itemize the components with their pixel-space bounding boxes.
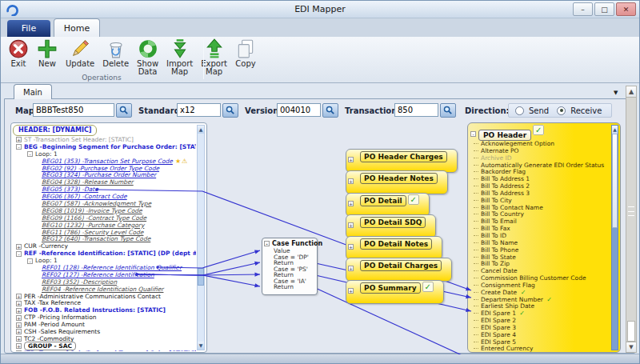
- expand-toggle-icon[interactable]: +: [16, 308, 22, 314]
- expand-toggle-icon[interactable]: +: [348, 266, 354, 271]
- case-function-node[interactable]: -Case Function ValueCase = 'DP'ReturnCas…: [262, 238, 318, 295]
- expand-toggle-icon[interactable]: +: [16, 350, 22, 351]
- collapse-toggle-icon[interactable]: -: [264, 241, 270, 246]
- expand-toggle-icon[interactable]: +: [348, 178, 354, 184]
- magnifier-icon: [325, 105, 336, 116]
- node-label: PO Header Charges: [360, 151, 447, 162]
- expand-toggle-icon[interactable]: +: [16, 301, 22, 306]
- po-field-label: Bill To State: [481, 254, 516, 261]
- ribbon-button-exit[interactable]: Exit: [4, 38, 33, 69]
- import-map-icon: [170, 38, 190, 59]
- po-field-label: Bill To City: [481, 197, 512, 204]
- node-po-header-notes[interactable]: + PO Header Notes: [346, 170, 448, 194]
- canvas-scrollbar[interactable]: ▲ ▼: [626, 86, 637, 353]
- expand-toggle-icon[interactable]: -: [27, 258, 33, 264]
- tree-header-node[interactable]: HEADER: [DYNAMIC]: [13, 125, 97, 136]
- expand-toggle-icon[interactable]: +: [16, 336, 22, 342]
- tree-row-label: REF04 -Reference Identification Qualifie…: [42, 286, 163, 293]
- scrollbar-thumb[interactable]: [612, 134, 618, 228]
- ribbon-button-new[interactable]: New: [33, 38, 62, 69]
- scroll-up-icon[interactable]: ▲: [612, 126, 618, 134]
- expand-toggle-icon[interactable]: +: [348, 222, 354, 228]
- direction-label: Direction:: [465, 106, 510, 115]
- tab-main[interactable]: Main: [14, 84, 52, 99]
- maximize-button[interactable]: □: [594, 2, 614, 16]
- ribbon-button-copy[interactable]: Copy: [231, 38, 260, 69]
- minimize-button[interactable]: –: [573, 2, 593, 16]
- tree-row-label: BEG11 (786) -Security Level Code: [42, 229, 143, 236]
- tree-stub: [474, 178, 478, 179]
- tree-row-label: FOB -F.O.B. Related Instructions: [STATI…: [24, 306, 166, 314]
- tab-file[interactable]: File: [7, 20, 50, 37]
- direction-send-radio[interactable]: [515, 106, 524, 115]
- scrollbar-grip-icon[interactable]: [628, 206, 634, 216]
- tree-row-label: ST -Transaction Set Header: [STATIC]: [24, 137, 134, 143]
- map-input[interactable]: [33, 103, 114, 117]
- version-lookup-button[interactable]: [322, 103, 338, 118]
- scroll-up-icon[interactable]: ▲: [198, 126, 204, 134]
- expand-toggle-icon[interactable]: +: [16, 137, 22, 142]
- tree-stub: [474, 306, 478, 306]
- ribbon-button-update[interactable]: Update: [62, 38, 98, 69]
- node-label: PO Detail Charges: [360, 260, 442, 271]
- tree-row-label: CUR -Currency: [24, 242, 68, 250]
- node-po-detail[interactable]: + PO Detail✓: [346, 193, 430, 217]
- expand-toggle-icon[interactable]: +: [16, 343, 22, 349]
- node-po-summary[interactable]: + PO Summary✓: [346, 280, 444, 304]
- ribbon-button-import-map[interactable]: Import Map: [162, 38, 197, 77]
- standard-input[interactable]: [177, 103, 221, 117]
- window-title: EDI Mapper: [1, 4, 639, 14]
- scrollbar-thumb[interactable]: [627, 321, 635, 342]
- expand-toggle-icon[interactable]: +: [348, 157, 354, 162]
- scroll-down-icon[interactable]: ▼: [198, 342, 204, 350]
- po-field-entered-currency[interactable]: Entered Currency: [474, 346, 610, 352]
- ribbon-button-delete[interactable]: Delete: [98, 38, 133, 69]
- tree-row-itd-terms-of-sale-d[interactable]: +ITD -Terms of Sale/Deferred Terms of Sa…: [14, 350, 196, 351]
- po-field-label: Bill To Address 3: [481, 190, 530, 197]
- collapse-toggle-icon[interactable]: -: [470, 131, 476, 137]
- expand-toggle-icon[interactable]: +: [348, 201, 354, 206]
- map-lookup-button[interactable]: [116, 103, 132, 118]
- tree-row-label: BEG -Beginning Segment for Purchase Orde…: [24, 143, 196, 150]
- node-po-detail-sdq[interactable]: + PO Detail SDQ: [346, 214, 436, 238]
- standard-lookup-button[interactable]: [222, 103, 238, 118]
- tree-stub: [474, 242, 478, 243]
- expand-toggle-icon[interactable]: -: [16, 251, 22, 257]
- transaction-lookup-button[interactable]: [440, 103, 456, 118]
- case-row-return: Return: [262, 284, 317, 290]
- tree-row-label: Loop: 1: [35, 150, 58, 158]
- expand-toggle-icon[interactable]: -: [27, 151, 33, 157]
- close-button[interactable]: ✕: [616, 2, 636, 16]
- expand-toggle-icon[interactable]: +: [348, 244, 354, 250]
- po-header-title[interactable]: PO Header: [478, 130, 531, 141]
- po-panel-scrollbar[interactable]: ▲: [611, 125, 618, 350]
- tree-scrollbar[interactable]: ▲ ▼: [197, 125, 205, 350]
- tab-home[interactable]: Home: [54, 18, 100, 37]
- expand-toggle-icon[interactable]: +: [16, 294, 22, 299]
- node-po-header-charges[interactable]: + PO Header Charges: [346, 149, 458, 173]
- scroll-up-icon[interactable]: ▲: [626, 86, 636, 98]
- tree-row-label: BEG05 (373) -Date: [42, 186, 98, 193]
- node-po-detail-charges[interactable]: + PO Detail Charges: [346, 258, 452, 282]
- ribbon-button-show-data[interactable]: Show Data: [133, 38, 162, 77]
- node-po-detail-notes[interactable]: + PO Detail Notes: [346, 236, 442, 260]
- expand-toggle-icon[interactable]: +: [348, 288, 354, 294]
- case-function-title: -Case Function: [262, 238, 317, 247]
- mapped-check-icon: ✓: [408, 194, 419, 205]
- transaction-input[interactable]: [394, 103, 438, 117]
- expand-toggle-icon[interactable]: -: [16, 144, 22, 150]
- tree-row-label: BEG10 (1232) -Purchase Category: [42, 222, 144, 229]
- version-input[interactable]: [277, 103, 321, 117]
- po-field-label: Bill To Address 2: [481, 182, 530, 190]
- ribbon-group-label: Operations: [1, 74, 202, 82]
- expand-toggle-icon[interactable]: +: [16, 244, 22, 250]
- expand-toggle-icon[interactable]: +: [16, 315, 22, 321]
- collapse-caret-icon[interactable]: ▼: [614, 90, 618, 96]
- expand-toggle-icon[interactable]: +: [16, 322, 22, 328]
- scrollbar-thumb[interactable]: [198, 268, 204, 286]
- tree-stub: [474, 257, 478, 258]
- ribbon-button-export-map[interactable]: Export Map: [197, 38, 231, 77]
- scroll-down-icon[interactable]: ▼: [626, 342, 636, 352]
- expand-toggle-icon[interactable]: +: [16, 329, 22, 334]
- direction-receive-radio[interactable]: [557, 106, 566, 115]
